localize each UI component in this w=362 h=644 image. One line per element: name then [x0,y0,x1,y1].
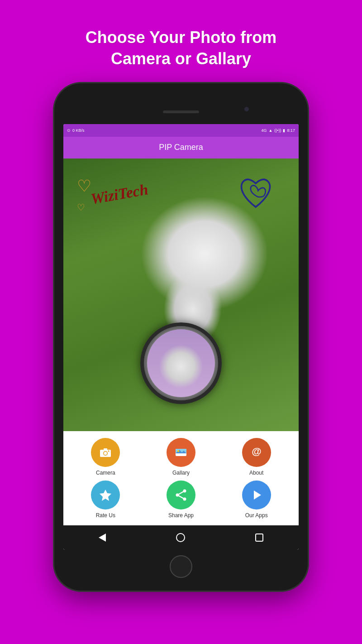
gallery-icon [174,445,188,460]
shareapp-label: Share App [168,512,194,519]
menu-row-2: Rate Us Share App [68,481,294,519]
app-bar-title: PIP Camera [159,143,203,152]
menu-row-1: Camera Gallary [68,438,294,476]
menu-item-shareapp[interactable]: Share App [163,481,199,519]
headline-line2: Camera or Gallary [111,49,251,68]
menu-item-ourapps[interactable]: Our Apps [238,481,275,519]
back-button[interactable] [99,533,106,542]
svg-marker-10 [100,490,111,501]
navigation-bar [63,525,299,550]
status-bar: ⊙ 0 KB/s 4G ▲ ((•)) ▮ 8:17 [63,124,299,137]
ourapps-label: Our Apps [245,512,268,519]
menu-item-about[interactable]: @ About [238,438,275,476]
lens-dog-image [147,329,215,397]
phone-shell: ⊙ 0 KB/s 4G ▲ ((•)) ▮ 8:17 PIP Camera [54,83,308,591]
status-wifi: ((•)) [274,128,281,133]
svg-line-14 [177,491,185,495]
phone-device: ⊙ 0 KB/s 4G ▲ ((•)) ▮ 8:17 PIP Camera [54,83,308,591]
status-battery: ▮ [283,128,285,133]
star-icon [98,488,113,502]
phone-speaker [163,111,199,113]
play-icon [249,488,264,502]
heart-decoration-left: ♡♡ [77,177,91,215]
status-signal-bars: ▲ [268,128,272,133]
status-signal: 4G [261,128,267,133]
phone-screen: ⊙ 0 KB/s 4G ▲ ((•)) ▮ 8:17 PIP Camera [63,124,299,550]
menu-item-rateus[interactable]: Rate Us [87,481,124,519]
about-circle[interactable]: @ [242,438,271,467]
camera-label: Camera [96,470,115,476]
about-label: About [249,470,263,476]
gallery-circle[interactable] [167,438,195,467]
svg-point-8 [177,450,179,452]
share-icon [174,488,188,502]
camera-lens [140,322,222,404]
headline-line1: Choose Your Photo from [86,28,277,47]
status-right: 4G ▲ ((•)) ▮ 8:17 [261,128,295,133]
lens-inner [147,329,215,397]
rateus-circle[interactable] [91,481,120,509]
headline: Choose Your Photo from Camera or Gallary [86,27,277,70]
ourapps-circle[interactable] [242,481,271,509]
about-icon: @ [249,445,264,460]
camera-icon [98,445,113,460]
bottom-menu: Camera Gallary [63,431,299,525]
home-button[interactable] [176,533,185,542]
menu-item-gallery[interactable]: Gallary [163,438,199,476]
svg-rect-3 [104,448,107,450]
rateus-label: Rate Us [96,512,115,519]
camera-circle[interactable] [91,438,120,467]
app-bar: PIP Camera [63,137,299,159]
recents-button[interactable] [255,533,263,542]
gallery-label: Gallary [172,470,190,476]
status-app-icon: ⊙ [67,128,71,133]
main-image-area[interactable]: ♡♡ WiziTech [63,159,299,431]
svg-marker-16 [254,490,261,500]
share-circle[interactable] [167,481,195,509]
heart-decoration-blue [235,174,276,221]
status-left: ⊙ 0 KB/s [67,128,85,133]
phone-front-camera [244,107,249,111]
svg-line-15 [177,495,185,499]
physical-home-button[interactable] [170,555,192,578]
svg-point-4 [108,450,110,452]
status-time: 8:17 [287,128,295,133]
menu-item-camera[interactable]: Camera [87,438,124,476]
svg-point-2 [104,452,107,455]
svg-text:@: @ [252,445,261,457]
status-speed: 0 KB/s [72,128,85,133]
